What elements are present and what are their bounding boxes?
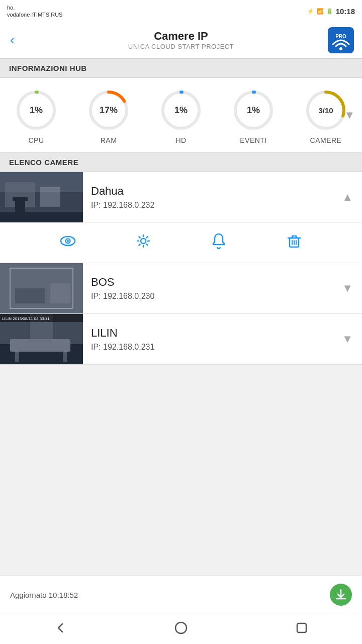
nav-recents-button[interactable] bbox=[295, 621, 309, 638]
camera-row-bos[interactable]: BOS IP: 192.168.0.230 ▼ bbox=[0, 263, 362, 313]
updated-text: Aggiornato 10:18:52 bbox=[10, 591, 78, 599]
svg-rect-18 bbox=[15, 200, 25, 212]
bell-icon[interactable] bbox=[210, 232, 228, 254]
camera-name-dahua: Dahua bbox=[91, 185, 325, 198]
metric-ram: 17% RAM bbox=[86, 88, 131, 144]
metric-camere: 3/10 CAMERE bbox=[304, 88, 348, 144]
camera-thumbnail-dahua bbox=[0, 172, 83, 222]
camera-thumbnail-bos bbox=[0, 263, 83, 313]
camere-value: 3/10 bbox=[318, 106, 333, 115]
camera-name-bos: BOS bbox=[91, 276, 325, 289]
eventi-circle: 1% bbox=[231, 88, 276, 132]
camere-circle: 3/10 bbox=[304, 88, 348, 132]
carrier-2: vodafone IT|MTS RUS bbox=[7, 11, 62, 18]
camera-info-bos: BOS IP: 192.168.0.230 bbox=[83, 270, 333, 307]
hub-section-header: INFORMAZIONI HUB bbox=[0, 58, 362, 78]
view-icon[interactable] bbox=[59, 232, 77, 254]
camera-row-dahua[interactable]: Dahua IP: 192.168.0.232 ▲ bbox=[0, 172, 362, 222]
ram-label: RAM bbox=[101, 136, 117, 144]
camere-label: CAMERE bbox=[310, 136, 342, 144]
settings-icon[interactable] bbox=[134, 232, 152, 254]
camera-list: Dahua IP: 192.168.0.232 ▲ bbox=[0, 172, 362, 365]
page-title: Camere IP bbox=[128, 30, 234, 43]
delete-icon[interactable] bbox=[285, 232, 303, 254]
header: ‹ Camere IP UNICA CLOUD START PROJECT PR… bbox=[0, 22, 362, 58]
camera-thumbnail-lilin: LILIN 2013/08/11 04:33:11 bbox=[0, 314, 83, 364]
metric-eventi: 1% EVENTI bbox=[231, 88, 276, 144]
camera-ip-dahua: IP: 192.168.0.232 bbox=[91, 201, 325, 210]
svg-point-40 bbox=[175, 622, 187, 633]
cpu-value: 1% bbox=[30, 105, 43, 116]
svg-rect-37 bbox=[63, 352, 67, 362]
camera-section-label: ELENCO CAMERE bbox=[9, 158, 78, 167]
bottom-bar: Aggiornato 10:18:52 bbox=[0, 575, 362, 614]
camera-item-dahua: Dahua IP: 192.168.0.232 ▲ bbox=[0, 172, 362, 263]
header-title-block: Camere IP UNICA CLOUD START PROJECT bbox=[128, 30, 234, 50]
camera-item-lilin: LILIN 2013/08/11 04:33:11 LILIN IP: 192.… bbox=[0, 314, 362, 365]
hub-metrics-row: 1% CPU 17% RAM 1% H bbox=[0, 88, 362, 144]
metric-cpu: 1% CPU bbox=[14, 88, 58, 144]
svg-rect-29 bbox=[15, 288, 45, 303]
dahua-chevron[interactable]: ▲ bbox=[333, 191, 362, 204]
hub-expand-chevron[interactable]: ▼ bbox=[344, 109, 355, 122]
svg-point-22 bbox=[67, 240, 69, 242]
hd-label: HD bbox=[175, 136, 186, 144]
eventi-label: EVENTI bbox=[240, 136, 267, 144]
svg-rect-19 bbox=[13, 197, 28, 201]
carrier-info: ho. vodafone IT|MTS RUS bbox=[7, 4, 62, 19]
camera-section-header: ELENCO CAMERE bbox=[0, 152, 362, 172]
signal-icon: 📶 bbox=[317, 8, 324, 15]
page-subtitle: UNICA CLOUD START PROJECT bbox=[128, 43, 234, 50]
lilin-chevron[interactable]: ▼ bbox=[333, 333, 362, 346]
camera-name-lilin: LILIN bbox=[91, 327, 325, 340]
hd-value: 1% bbox=[174, 105, 188, 116]
hub-info-panel: 1% CPU 17% RAM 1% H bbox=[0, 78, 362, 152]
svg-rect-16 bbox=[40, 187, 60, 207]
bos-chevron[interactable]: ▼ bbox=[333, 282, 362, 295]
camera-info-dahua: Dahua IP: 192.168.0.232 bbox=[83, 179, 333, 216]
camera-item-bos: BOS IP: 192.168.0.230 ▼ bbox=[0, 263, 362, 314]
camera-actions-dahua bbox=[0, 222, 362, 263]
svg-text:PRO: PRO bbox=[335, 34, 346, 39]
metric-hd: 1% HD bbox=[159, 88, 203, 144]
hub-section-label: INFORMAZIONI HUB bbox=[9, 64, 87, 72]
carrier-1: ho. bbox=[7, 4, 62, 11]
status-time: 10:18 bbox=[336, 7, 355, 16]
svg-point-23 bbox=[141, 238, 146, 244]
ram-value: 17% bbox=[100, 105, 118, 116]
cpu-circle: 1% bbox=[14, 88, 58, 132]
svg-rect-35 bbox=[10, 339, 70, 352]
camera-row-lilin[interactable]: LILIN 2013/08/11 04:33:11 LILIN IP: 192.… bbox=[0, 314, 362, 364]
svg-point-2 bbox=[339, 47, 342, 50]
svg-text:LILIN 2013/08/11 04:33:11: LILIN 2013/08/11 04:33:11 bbox=[2, 316, 50, 321]
status-bar: ho. vodafone IT|MTS RUS ⚡ 📶 🔋 10:18 bbox=[0, 0, 362, 22]
nav-home-button[interactable] bbox=[174, 621, 188, 638]
battery-icon: 🔋 bbox=[326, 8, 333, 15]
ram-circle: 17% bbox=[86, 88, 131, 132]
nav-bar bbox=[0, 614, 362, 644]
svg-rect-41 bbox=[297, 623, 306, 632]
svg-rect-17 bbox=[0, 212, 83, 222]
back-button[interactable]: ‹ bbox=[10, 32, 15, 48]
bluetooth-icon: ⚡ bbox=[307, 8, 314, 15]
download-button[interactable] bbox=[330, 584, 352, 606]
hd-circle: 1% bbox=[159, 88, 203, 132]
camera-ip-lilin: IP: 192.168.0.231 bbox=[91, 343, 325, 352]
camera-info-lilin: LILIN IP: 192.168.0.231 bbox=[83, 320, 333, 358]
svg-rect-30 bbox=[50, 283, 70, 303]
eventi-value: 1% bbox=[247, 105, 260, 116]
status-icons: ⚡ 📶 🔋 10:18 bbox=[307, 7, 355, 16]
pro-logo: PRO bbox=[328, 27, 354, 53]
camera-ip-bos: IP: 192.168.0.230 bbox=[91, 292, 325, 301]
svg-rect-36 bbox=[15, 352, 19, 362]
cpu-label: CPU bbox=[28, 136, 44, 144]
nav-back-button[interactable] bbox=[53, 621, 67, 638]
